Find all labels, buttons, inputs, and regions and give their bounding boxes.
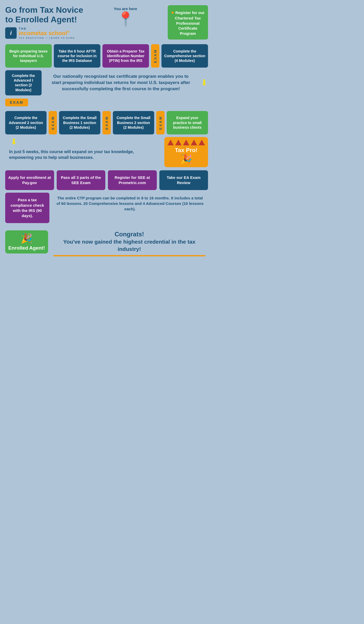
sb2-box: Complete the Small Business 2 section (2…: [113, 111, 154, 134]
exam-badge-horizontal: EXAM: [5, 99, 28, 106]
register-box[interactable]: ● Register for our Chartered Tax Profess…: [168, 5, 208, 40]
congrats-body: You've now gained the highest credential…: [53, 238, 205, 252]
orange-divider: [53, 255, 205, 256]
tax-pro-box: Tax Pro! 🎉: [164, 137, 208, 167]
exam-vertical-2: EXAM: [49, 111, 57, 134]
title-logo-block: Go from Tax Novice to Enrolled Agent! i …: [5, 5, 83, 39]
logo-the: THE: [19, 27, 75, 30]
info-text-box: The entire CTP program can be completed …: [52, 193, 208, 223]
arrow-col: ⬇: [200, 70, 208, 87]
header-section: Go from Tax Novice to Enrolled Agent! i …: [5, 5, 208, 40]
register-see-box[interactable]: Register for SEE at Prometric.com: [108, 170, 157, 190]
bottom-row2: Pass a tax compliance check with the IRS…: [5, 193, 208, 223]
advanced1-box: Complete the Advanced I section (2 Modul…: [5, 70, 42, 95]
logo-name-row: incometax school®: [19, 30, 75, 36]
banner-row: [167, 140, 205, 145]
arrow-down-2: ⬇: [10, 138, 17, 146]
arrow-down-1: ⬇: [201, 79, 208, 87]
row4: ⬇ In just 5 weeks, this course will expa…: [5, 137, 208, 167]
enrolled-hat-icon: 🎉: [21, 233, 32, 244]
banner-5: [199, 140, 205, 145]
bottom-grid: Apply for enrollment at Pay.gov Pass all…: [5, 170, 208, 190]
row2-left: Complete the Advanced I section (2 Modul…: [5, 70, 42, 108]
ptin-box: Obtain a Preparer Tax Identification Num…: [102, 44, 149, 68]
comprehensive-box: Complete the Comprehensive section (4 Mo…: [161, 44, 208, 68]
sb1-box: Complete the Small Business 1 section (2…: [59, 111, 100, 134]
exam-vertical-4: EXAM: [156, 111, 165, 134]
exam-vertical-3: EXAM: [102, 111, 111, 134]
logo-name: incometax school®: [19, 30, 69, 36]
congrats-row: 🎉 Enrolled Agent! Congrats! You've now g…: [5, 226, 208, 258]
exam-vertical-1: EXAM: [151, 44, 159, 68]
congrats-title: Congrats!: [53, 230, 205, 238]
logo-block: i THE incometax school® TAX EDUCATION — …: [5, 27, 83, 39]
logo-tagline: TAX EDUCATION — LEARN TO EARN: [19, 37, 75, 39]
pin-icon: 📍: [117, 12, 134, 25]
banner-4: [191, 140, 197, 145]
banner-1: [167, 140, 174, 145]
apply-enrollment-box[interactable]: Apply for enrollment at Pay.gov: [5, 170, 54, 190]
row3: Complete the Advanced 2 section (2 Modul…: [5, 111, 208, 134]
row4-left: ⬇ In just 5 weeks, this course will expa…: [5, 137, 162, 163]
advanced2-box: Complete the Advanced 2 section (2 Modul…: [5, 111, 47, 134]
expand-practice-box: Expand your practice to small business c…: [167, 111, 208, 134]
small-desc: In just 5 weeks, this course will expand…: [5, 146, 162, 163]
logo-icon: i: [5, 27, 17, 39]
row2: Complete the Advanced I section (2 Modul…: [5, 70, 208, 108]
party-hat-icon: 🎉: [180, 154, 192, 165]
begin-taxes-box: Begin preparing taxes for individual U.S…: [5, 44, 52, 68]
banner-3: [183, 140, 189, 145]
pass-see-box[interactable]: Pass all 3 parts of the SEE Exam: [57, 170, 106, 190]
congrats-box: Congrats! You've now gained the highest …: [51, 226, 208, 258]
you-are-here: You are here 📍: [114, 6, 137, 25]
aftr-course-box: Take the 6 hour AFTR course for inclusio…: [54, 44, 100, 68]
logo-text: THE incometax school® TAX EDUCATION — LE…: [19, 27, 75, 39]
description-box: Our nationally recognized tax certificat…: [44, 70, 198, 95]
arrow-small: ⬇: [5, 137, 162, 146]
tax-compliance-box[interactable]: Pass a tax compliance check with the IRS…: [5, 193, 49, 223]
ea-exam-review-box[interactable]: Take our EA Exam Review: [159, 170, 208, 190]
main-title: Go from Tax Novice to Enrolled Agent!: [5, 5, 83, 24]
enrolled-agent-box: 🎉 Enrolled Agent!: [5, 230, 48, 254]
banner-2: [175, 140, 181, 145]
row1: Begin preparing taxes for individual U.S…: [5, 44, 208, 68]
